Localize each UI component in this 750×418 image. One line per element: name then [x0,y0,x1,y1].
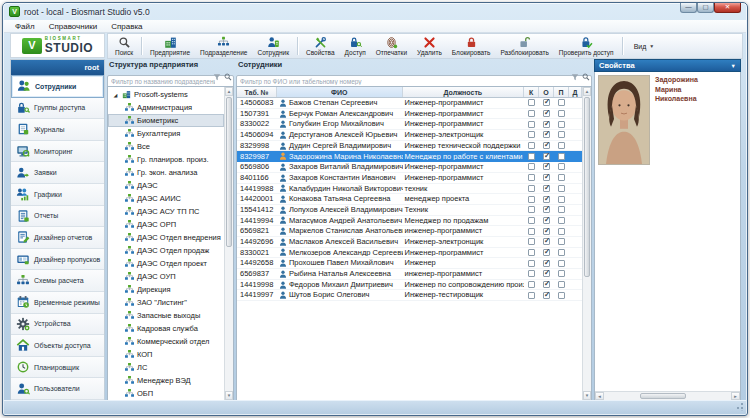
checkbox-o[interactable] [543,163,550,170]
checkbox-k[interactable] [528,174,535,181]
properties-hscrollbar[interactable]: ◄ ► [595,391,740,400]
lock-button[interactable]: Блокировать [447,35,496,57]
checkbox-o[interactable] [543,270,550,277]
column-header-d[interactable]: Д [569,87,582,97]
clear-filter-icon[interactable] [571,73,579,81]
checkbox-k[interactable] [528,228,535,235]
table-row[interactable]: 14419997Шутов Борис ОлеговичИнженер-тест… [237,290,582,301]
view-menu-button[interactable]: Вид▼ [626,35,663,57]
column-header-fio[interactable]: ФИО [277,87,403,97]
scroll-right-icon[interactable]: ► [731,392,740,400]
checkbox-p[interactable] [558,153,565,160]
sidebar-item-time-modes[interactable]: Временные режимы [11,292,104,314]
table-row[interactable]: 8401166Захаров Константин ИвановичИнжене… [237,173,582,184]
table-row[interactable]: 8329998Дудин Сергей ВладимировичИнженер … [237,141,582,152]
checkbox-k[interactable] [528,163,535,170]
checkbox-p[interactable] [558,196,565,203]
tree-scrollbar[interactable]: ▲ ▼ [224,87,233,400]
sidebar-item-reports[interactable]: Отчеты [11,206,104,228]
checkbox-p[interactable] [558,260,565,267]
tree-node[interactable]: ДАЭС ОУП [108,270,224,283]
sidebar-item-employees[interactable]: Сотрудники [11,75,104,98]
table-row[interactable]: 14506094Дерстуганов Алексей ЮрьевичИнжен… [237,130,582,141]
table-row[interactable]: 14419988Калабурдин Николай Викторовичтех… [237,184,582,195]
checkbox-k[interactable] [528,238,535,245]
table-scrollbar[interactable]: ▲ ▼ [582,87,591,400]
checkbox-o[interactable] [543,131,550,138]
checkbox-k[interactable] [528,292,535,299]
tree-node[interactable]: ДАЭС Отдел проект [108,257,224,270]
checkbox-k[interactable] [528,217,535,224]
tree-node[interactable]: ДАЭС ОРП [108,218,224,231]
scroll-up-icon[interactable]: ▲ [225,87,233,96]
check-access-button[interactable]: Проверить доступ [554,35,619,57]
checkbox-o[interactable] [543,217,550,224]
search-icon[interactable] [582,73,590,81]
checkbox-k[interactable] [528,153,535,160]
table-row[interactable]: 14419998Федоров Михаил ДмитриевичИнженер… [237,280,582,291]
tree-node[interactable]: Дирекция [108,283,224,296]
scroll-down-icon[interactable]: ▼ [225,391,233,400]
search-button[interactable]: Поиск [110,35,138,57]
sidebar-item-calc-schemes[interactable]: Схемы расчета [11,270,104,292]
checkbox-k[interactable] [528,110,535,117]
scroll-down-icon[interactable]: ▼ [583,391,591,400]
fingerprints-button[interactable]: Отпечатки [371,35,412,57]
sidebar-item-report-designer[interactable]: Дизайнер отчетов [11,227,104,249]
checkbox-o[interactable] [543,153,550,160]
properties-button[interactable]: Свойства [301,35,340,57]
table-row[interactable]: 14492696Маслаков Алексей ВасильевичИнжен… [237,237,582,248]
table-row[interactable]: 14506083Бажов Степан СергеевичИнженер-пр… [237,98,582,109]
checkbox-p[interactable] [558,131,565,138]
checkbox-p[interactable] [558,238,565,245]
tree-node[interactable]: ДАЭС Отдел внедрения [108,231,224,244]
tree-node[interactable]: Менеджер ВЭД [108,374,224,387]
checkbox-k[interactable] [528,196,535,203]
checkbox-p[interactable] [558,142,565,149]
checkbox-p[interactable] [558,110,565,117]
checkbox-k[interactable] [528,249,535,256]
checkbox-k[interactable] [528,131,535,138]
minimize-button[interactable]: — [680,3,697,13]
tree-node[interactable]: Бухгалтерия [108,127,224,140]
title-bar[interactable]: V root - local - Biosmart Studio v5.0 — … [3,3,747,20]
tree-scroll-thumb[interactable] [226,97,232,247]
checkbox-o[interactable] [543,174,550,181]
access-button[interactable]: Доступ [340,35,371,57]
checkbox-k[interactable] [528,281,535,288]
tree-node[interactable]: ОБП [108,387,224,400]
expand-arrow-icon[interactable]: ◢ [112,92,119,98]
table-scroll-thumb[interactable] [584,97,590,277]
column-header-k[interactable]: К [524,87,539,97]
checkbox-o[interactable] [543,121,550,128]
sidebar-item-scheduler[interactable]: Планировщик [11,357,104,379]
collapse-arrow-icon[interactable]: ▼ [731,63,736,69]
sidebar-item-schedules[interactable]: Графики [11,184,104,206]
tree-node[interactable]: Гр. экон. анализа [108,166,224,179]
search-icon[interactable] [224,73,232,81]
table-row[interactable]: 14492658Прохошев Павел МихайловичИнженер [237,258,582,269]
table-row[interactable]: 8330021Мелкозеров Александр СергеевичИнж… [237,248,582,259]
checkbox-p[interactable] [558,185,565,192]
checkbox-o[interactable] [543,260,550,267]
tree-node[interactable]: КОП [108,348,224,361]
table-row[interactable]: 6569837Рыбина Наталья Алексеевнаинженер-… [237,269,582,280]
table-row[interactable]: 14419994Магасумов Андрей АнатольевичМене… [237,216,582,227]
tree-node-root[interactable]: ◢Prosoft-systems [108,88,224,101]
tree-node[interactable]: ДАЭС [108,179,224,192]
checkbox-p[interactable] [558,228,565,235]
sidebar-item-access-objects[interactable]: Объекты доступа [11,335,104,357]
table-row[interactable]: 6569821Маркелов Станислав Анатольевичинж… [237,226,582,237]
menu-help[interactable]: Справка [104,21,149,32]
enterprise-button[interactable]: Предприятие [145,35,195,57]
checkbox-o[interactable] [543,228,550,235]
checkbox-o[interactable] [543,185,550,192]
checkbox-p[interactable] [558,249,565,256]
checkbox-k[interactable] [528,260,535,267]
checkbox-k[interactable] [528,99,535,106]
checkbox-p[interactable] [558,206,565,213]
checkbox-o[interactable] [543,238,550,245]
tree-node[interactable]: Запасные выходы [108,309,224,322]
column-header-p[interactable]: П [554,87,569,97]
checkbox-o[interactable] [543,249,550,256]
